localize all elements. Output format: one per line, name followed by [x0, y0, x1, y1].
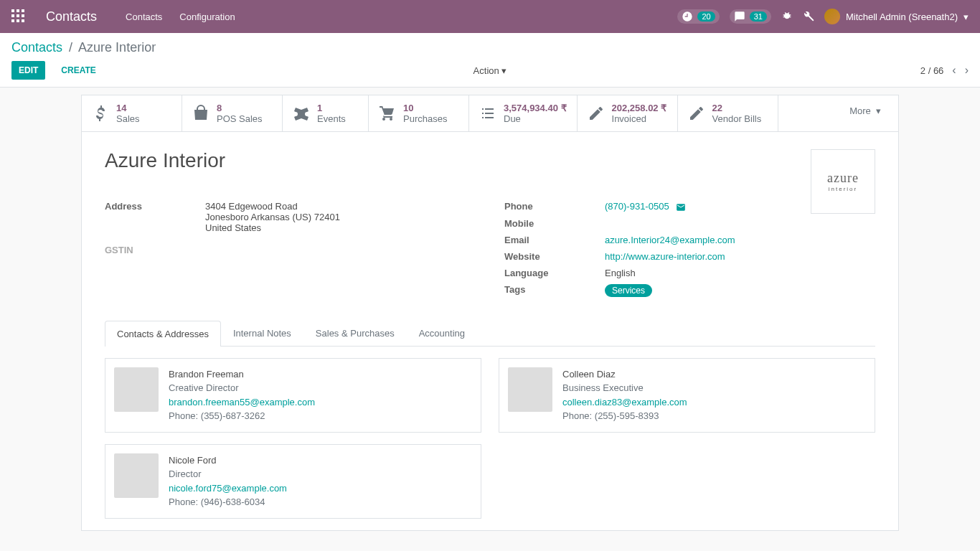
chevron-down-icon: ▾ [963, 11, 969, 22]
email-label: Email [504, 235, 605, 245]
edit-button[interactable]: EDIT [11, 61, 45, 80]
topbar: Contacts Contacts Configuration 20 31 Mi… [0, 0, 980, 33]
tab-content: Brandon Freeman Creative Director brando… [82, 347, 898, 530]
language-label: Language [504, 268, 605, 278]
address-label: Address [105, 201, 205, 212]
stat-events[interactable]: 1Events [283, 95, 369, 131]
wrench-icon[interactable] [803, 11, 814, 22]
bug-icon[interactable] [781, 11, 793, 22]
form-sheet: 14Sales 8POS Sales 1Events 10Purchases 3… [81, 95, 899, 531]
tabs: Contacts & Addresses Internal Notes Sale… [105, 320, 875, 347]
stat-invoiced[interactable]: 202,258.02 ₹Invoiced [578, 95, 678, 131]
gstin-label: GSTIN [105, 245, 205, 255]
tab-contacts[interactable]: Contacts & Addresses [105, 321, 221, 347]
create-button[interactable]: CREATE [54, 61, 103, 80]
dollar-icon [92, 105, 109, 122]
messages-badge[interactable]: 31 [730, 9, 771, 24]
contact-title: Director [169, 467, 287, 481]
stat-pos-sales[interactable]: 8POS Sales [182, 95, 283, 131]
contact-avatar [114, 453, 159, 498]
chat-icon [734, 11, 745, 22]
phone-label: Phone [504, 201, 605, 212]
controlbar: Contacts / Azure Interior EDIT CREATE Ac… [0, 33, 980, 88]
clock-icon [682, 11, 693, 22]
stat-purchases[interactable]: 10Purchases [369, 95, 469, 131]
contact-name: Brandon Freeman [169, 367, 315, 382]
phone-link[interactable]: (870)-931-0505 [605, 201, 669, 212]
address-value: 3404 Edgewood Road Jonesboro Arkansas (U… [205, 201, 476, 233]
contact-title: Creative Director [169, 381, 315, 395]
sms-icon[interactable] [676, 202, 686, 212]
tags-label: Tags [504, 284, 605, 295]
messages-count: 31 [750, 11, 767, 22]
contact-email[interactable]: colleen.diaz83@example.com [562, 397, 687, 408]
contact-phone: Phone: (946)-638-6034 [169, 495, 287, 509]
company-logo[interactable]: azure interior [811, 149, 875, 214]
language-value: English [605, 268, 875, 278]
avatar-icon [824, 9, 840, 24]
mobile-label: Mobile [504, 218, 605, 229]
pager-text: 2 / 66 [920, 65, 944, 76]
activity-badge[interactable]: 20 [677, 9, 719, 24]
contact-avatar [508, 367, 552, 412]
tab-sales-purchases[interactable]: Sales & Purchases [303, 320, 407, 346]
stat-more[interactable]: More ▾ [832, 95, 898, 131]
contact-phone: Phone: (355)-687-3262 [169, 409, 315, 423]
pencil-icon [588, 105, 605, 122]
contact-phone: Phone: (255)-595-8393 [562, 409, 687, 423]
pager-prev[interactable]: ‹ [952, 64, 956, 77]
email-link[interactable]: azure.Interior24@example.com [605, 235, 735, 245]
nav-contacts[interactable]: Contacts [126, 11, 162, 22]
contact-name: Azure Interior [105, 149, 875, 172]
contact-card[interactable]: Brandon Freeman Creative Director brando… [105, 358, 481, 433]
pencil-icon [688, 105, 705, 122]
tab-accounting[interactable]: Accounting [407, 320, 477, 346]
activity-count: 20 [697, 11, 715, 22]
contact-email[interactable]: brandon.freeman55@example.com [169, 397, 315, 408]
breadcrumb-current: Azure Interior [78, 40, 156, 55]
breadcrumb-root[interactable]: Contacts [11, 40, 62, 55]
contact-email[interactable]: nicole.ford75@example.com [169, 483, 287, 494]
breadcrumb: Contacts / Azure Interior [11, 40, 969, 55]
nav-links: Contacts Configuration [126, 11, 235, 22]
contact-name: Nicole Ford [169, 453, 287, 468]
tag-services: Services [605, 284, 652, 297]
user-name: Mitchell Admin (Sreenath2) [846, 11, 958, 22]
apps-icon[interactable] [11, 9, 26, 24]
contact-name: Colleen Diaz [562, 367, 687, 382]
contact-card[interactable]: Nicole Ford Director nicole.ford75@examp… [105, 444, 481, 519]
contact-avatar [114, 367, 159, 412]
ticket-icon [293, 105, 310, 122]
app-title: Contacts [46, 9, 97, 24]
action-menu[interactable]: Action ▾ [473, 65, 507, 76]
breadcrumb-sep: / [69, 40, 72, 55]
website-link[interactable]: http://www.azure-interior.com [605, 251, 725, 262]
contact-card[interactable]: Colleen Diaz Business Executive colleen.… [499, 358, 875, 433]
nav-configuration[interactable]: Configuration [179, 11, 235, 22]
statbar: 14Sales 8POS Sales 1Events 10Purchases 3… [82, 95, 898, 132]
pager-next[interactable]: › [965, 64, 969, 77]
chevron-down-icon: ▾ [501, 65, 507, 76]
website-label: Website [504, 251, 605, 262]
contact-title: Business Executive [562, 381, 687, 395]
stat-vendor-bills[interactable]: 22Vendor Bills [678, 95, 778, 131]
bag-icon [192, 105, 209, 122]
tab-internal-notes[interactable]: Internal Notes [221, 320, 303, 346]
user-menu[interactable]: Mitchell Admin (Sreenath2) ▾ [824, 9, 969, 24]
stat-due[interactable]: 3,574,934.40 ₹Due [469, 95, 578, 131]
stat-sales[interactable]: 14Sales [82, 95, 182, 131]
cart-icon [379, 105, 396, 122]
list-icon [479, 105, 496, 122]
